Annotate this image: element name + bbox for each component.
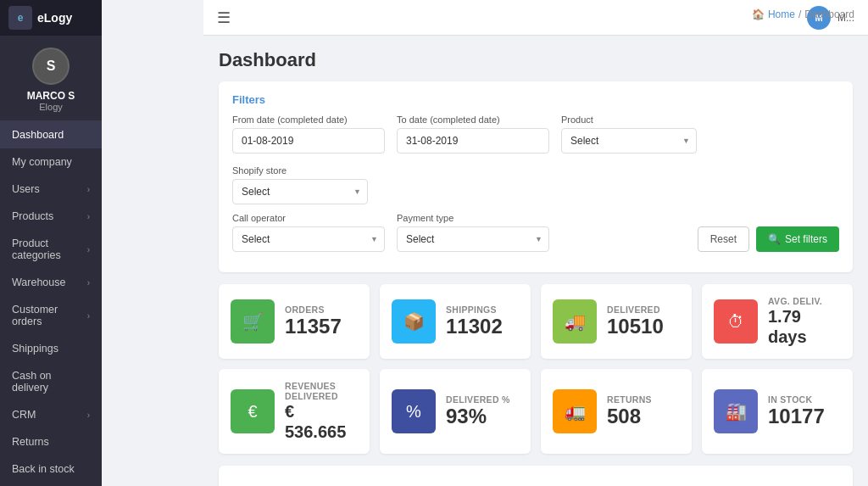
stat-info: AVG. DELIV.1.79 days bbox=[768, 296, 841, 347]
shopify-group: Shopify store Select bbox=[232, 165, 368, 204]
stat-card-delivered: 🚚DELIVERED10510 bbox=[541, 284, 692, 359]
stat-icon: € bbox=[231, 389, 275, 433]
stat-info: RETURNS508 bbox=[607, 394, 680, 429]
chart-container: 151050 bbox=[229, 479, 843, 486]
sidebar-item-customer-orders[interactable]: Customer orders› bbox=[0, 296, 102, 335]
filter-actions: Reset 🔍 Set filters bbox=[698, 226, 839, 252]
filter-row-1: From date (completed date) To date (comp… bbox=[232, 115, 839, 204]
sidebar-item-cash-on-delivery[interactable]: Cash on delivery bbox=[0, 362, 102, 401]
stat-info: ORDERS11357 bbox=[285, 304, 358, 339]
sidebar-item-label: Products bbox=[12, 210, 53, 222]
sidebar-item-label: Returns bbox=[12, 436, 49, 448]
stat-value: 10510 bbox=[607, 315, 680, 339]
stat-value: 93% bbox=[446, 405, 519, 429]
call-operator-select[interactable]: Select bbox=[232, 226, 385, 252]
stat-value: 10177 bbox=[768, 405, 841, 429]
product-select-wrapper: Select bbox=[561, 128, 697, 154]
filters-card: Filters From date (completed date) To da… bbox=[219, 81, 853, 272]
stat-card-returns: 🚛RETURNS508 bbox=[541, 369, 692, 454]
reset-button[interactable]: Reset bbox=[698, 226, 749, 252]
from-date-input[interactable] bbox=[232, 128, 385, 154]
stat-value: 508 bbox=[607, 405, 680, 429]
stat-value: € 536.665 bbox=[285, 401, 358, 442]
stat-value: 11357 bbox=[285, 315, 358, 339]
avatar: S bbox=[32, 47, 70, 85]
payment-type-wrapper: Select bbox=[397, 226, 549, 252]
chevron-right-icon: › bbox=[87, 311, 90, 321]
payment-type-group: Payment type Select bbox=[397, 213, 549, 252]
stat-icon: 🚛 bbox=[553, 389, 597, 433]
to-date-group: To date (completed date) bbox=[397, 115, 549, 154]
sidebar-item-my-company[interactable]: My company bbox=[0, 148, 102, 176]
stat-icon: 🛒 bbox=[231, 299, 275, 344]
stat-card-revenues-delivered: €REVENUES DELIVERED€ 536.665 bbox=[219, 369, 370, 454]
main-content: Dashboard Filters From date (completed d… bbox=[203, 36, 868, 486]
sidebar-item-label: My company bbox=[12, 156, 72, 168]
chart-card: 151050 bbox=[219, 466, 853, 486]
sidebar-item-label: Warehouse bbox=[12, 277, 65, 288]
sidebar-item-back-in-stock[interactable]: Back in stock bbox=[0, 455, 102, 483]
stat-info: IN STOCK10177 bbox=[768, 394, 841, 429]
sidebar-item-users[interactable]: Users› bbox=[0, 176, 102, 203]
shopify-select[interactable]: Select bbox=[232, 179, 368, 204]
search-icon: 🔍 bbox=[768, 233, 781, 245]
sidebar-item-label: Users bbox=[12, 183, 40, 195]
stat-card-delivered-: %DELIVERED %93% bbox=[380, 369, 531, 454]
sidebar-item-label: Shippings bbox=[12, 343, 58, 355]
page-title: Dashboard bbox=[219, 49, 853, 71]
breadcrumb: 🏠 Home / Dashboard bbox=[752, 8, 854, 20]
chevron-right-icon: › bbox=[87, 411, 90, 420]
logo[interactable]: e eLogy bbox=[0, 0, 102, 36]
sidebar-item-label: Customer orders bbox=[12, 304, 87, 327]
sidebar-item-label: Dashboard bbox=[12, 129, 64, 141]
sidebar-item-call-center[interactable]: Call center› bbox=[0, 483, 102, 486]
stat-label: ORDERS bbox=[285, 304, 358, 315]
call-operator-wrapper: Select bbox=[232, 226, 385, 252]
stat-icon: 🏭 bbox=[714, 389, 758, 433]
sidebar-item-product-categories[interactable]: Product categories› bbox=[0, 230, 102, 269]
hamburger-icon[interactable]: ☰ bbox=[217, 8, 231, 27]
shopify-label: Shopify store bbox=[232, 165, 368, 176]
chevron-right-icon: › bbox=[87, 245, 90, 254]
to-date-input[interactable] bbox=[397, 128, 549, 154]
stat-label: REVENUES DELIVERED bbox=[285, 381, 358, 401]
sidebar-item-dashboard[interactable]: Dashboard bbox=[0, 121, 102, 148]
stat-value: 1.79 days bbox=[768, 306, 841, 347]
stat-info: DELIVERED %93% bbox=[446, 394, 519, 429]
sidebar-item-label: CRM bbox=[12, 409, 36, 421]
sidebar-item-warehouse[interactable]: Warehouse› bbox=[0, 269, 102, 296]
stat-icon: 🚚 bbox=[553, 299, 597, 344]
call-operator-group: Call operator Select bbox=[232, 213, 385, 252]
to-date-label: To date (completed date) bbox=[397, 115, 549, 125]
set-filters-button[interactable]: 🔍 Set filters bbox=[756, 226, 839, 252]
stat-icon: % bbox=[392, 389, 436, 433]
stat-card-orders: 🛒ORDERS11357 bbox=[219, 284, 370, 359]
product-select[interactable]: Select bbox=[561, 128, 697, 154]
stat-label: SHIPPINGS bbox=[446, 304, 519, 315]
payment-type-select[interactable]: Select bbox=[397, 226, 549, 252]
sidebar-item-shippings[interactable]: Shippings bbox=[0, 335, 102, 362]
product-group: Product Select bbox=[561, 115, 697, 154]
sidebar-item-label: Back in stock bbox=[12, 463, 75, 475]
sidebar-item-returns[interactable]: Returns bbox=[0, 428, 102, 455]
chevron-right-icon: › bbox=[87, 212, 90, 221]
profile-name: MARCO S bbox=[27, 90, 75, 102]
from-date-label: From date (completed date) bbox=[232, 115, 385, 125]
sidebar-item-label: Product categories bbox=[12, 237, 87, 261]
stat-info: DELIVERED10510 bbox=[607, 304, 680, 339]
sidebar-item-products[interactable]: Products› bbox=[0, 203, 102, 230]
stat-label: DELIVERED % bbox=[446, 394, 519, 405]
filters-title: Filters bbox=[232, 93, 839, 106]
profile-section: S MARCO S Elogy bbox=[0, 36, 102, 121]
profile-company: Elogy bbox=[39, 102, 63, 112]
chevron-right-icon: › bbox=[87, 278, 90, 288]
shopify-select-wrapper: Select bbox=[232, 179, 368, 204]
sidebar: e eLogy S MARCO S Elogy DashboardMy comp… bbox=[0, 0, 102, 486]
stat-card-in-stock: 🏭IN STOCK10177 bbox=[702, 369, 853, 454]
sidebar-item-crm[interactable]: CRM› bbox=[0, 401, 102, 428]
payment-type-label: Payment type bbox=[397, 213, 549, 223]
breadcrumb-home[interactable]: Home bbox=[768, 8, 795, 20]
call-operator-label: Call operator bbox=[232, 213, 385, 223]
filter-row-2: Call operator Select Payment type Select bbox=[232, 213, 839, 252]
sidebar-nav: DashboardMy companyUsers›Products›Produc… bbox=[0, 121, 102, 486]
